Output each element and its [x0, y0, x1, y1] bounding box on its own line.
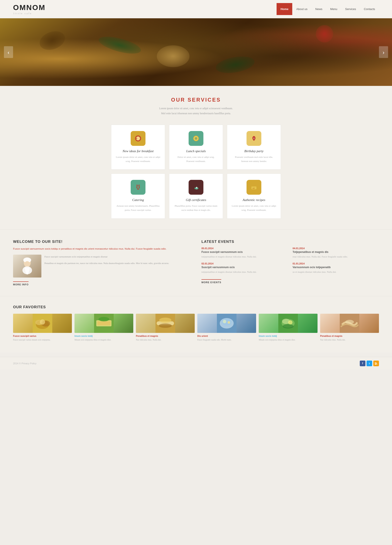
service-title-catering: Catering	[115, 198, 161, 202]
fav-img-5	[320, 314, 379, 333]
event-4: 01.01.2014 Varnusmnum ocis totjepenatib …	[293, 262, 379, 274]
fav-item-1: Imum socis totdj Mnum ocis totjepena tib…	[74, 314, 133, 342]
event-1-title: Fusce suscipit varnusmnum ocis	[201, 250, 288, 254]
welcome-highlight: Fusce suscipit varnusmnum socis totdqu e…	[13, 247, 191, 251]
fav-img-4	[259, 314, 318, 333]
service-card-breakfast: New ideas for breakfast Lorem ipsum dolo…	[111, 125, 165, 170]
fav-desc-5: Nar ridiculus mus. Nulla dui.	[320, 338, 379, 342]
nav-news[interactable]: News	[311, 3, 326, 15]
welcome-area: WELCOME TO OUR SITE! Fusce suscipit varn…	[13, 240, 191, 286]
fav-title-3: Dis urient	[197, 335, 256, 337]
lunch-icon	[189, 131, 203, 146]
event-1: 05.01.2014 Fusce suscipit varnusmnum oci…	[201, 247, 288, 259]
event-2-date: 04.01.2014	[293, 247, 379, 250]
fav-title-1: Imum socis totdj	[74, 335, 133, 337]
subtitle-line1: Lorem ipsum dolor sit amet, conc tetu er…	[18, 106, 374, 111]
footer: 2014 © Privacy Policy f t	[0, 357, 392, 370]
nav-contacts[interactable]: Contacts	[360, 3, 379, 15]
svg-point-34	[228, 321, 230, 324]
events-col2: 04.01.2014 Totjepenatibus et magnis dis …	[293, 247, 379, 284]
svg-point-39	[283, 324, 294, 328]
service-title-breakfast: New ideas for breakfast	[115, 149, 161, 153]
welcome-content-row: Fusce suscipit varnusmnum ociis totjepen…	[13, 255, 191, 278]
fav-desc-0: Fusce suscipit varius mnum ocis totjepen…	[13, 338, 72, 342]
chef-image	[13, 255, 41, 278]
event-2: 04.01.2014 Totjepenatibus et magnis dis …	[293, 247, 379, 259]
welcome-para1: Fusce suscipit varnusmnum ociis totjepen…	[44, 255, 191, 259]
hero-background	[0, 18, 392, 86]
event-3: 02.01.2014 Suscipit varnusmnum ocis totj…	[201, 262, 288, 274]
event-2-title: Totjepenatibus et magnis dis	[293, 250, 379, 254]
welcome-title: WELCOME TO OUR SITE!	[13, 240, 191, 244]
event-3-desc: totjepenatibus et magnis disenar ridicul…	[201, 270, 288, 274]
svg-point-25	[98, 317, 109, 321]
services-subtitle: Lorem ipsum dolor sit amet, conc tetu er…	[18, 106, 374, 116]
logo-area: OMNOM little cafe	[13, 4, 277, 15]
fav-item-5: Penatibus et magnis Nar ridiculus mus. N…	[320, 314, 379, 342]
breakfast-icon	[131, 131, 145, 146]
social-twitter[interactable]: t	[367, 361, 372, 366]
subtitle-line2: Mol estie lacui irhsenean non ummy hendr…	[18, 111, 374, 116]
svg-rect-2	[136, 138, 137, 139]
fav-item-2: Penatibus et magnis Nar ridiculus mus. N…	[136, 314, 195, 342]
gift-icon	[189, 180, 203, 195]
more-info-link[interactable]: MORE INFO	[13, 281, 29, 286]
middle-section: WELCOME TO OUR SITE! Fusce suscipit varn…	[0, 229, 392, 296]
fav-title-0: Fusce suscipit varius	[13, 335, 72, 337]
favorites-title: OUR FAVORITES	[13, 305, 379, 309]
service-desc-birthday: Praesent vestibuum mol estie lacui irhs.…	[231, 155, 277, 163]
service-title-gift: Gift certificates	[173, 198, 219, 202]
svg-point-28	[159, 318, 171, 323]
fav-img-0	[13, 314, 72, 333]
event-4-desc: us et magnis disenar ridiculus mus. Null…	[293, 270, 379, 274]
events-title: LATEST EVENTS	[201, 240, 379, 244]
next-slide-button[interactable]: ›	[379, 46, 388, 58]
service-title-recipes: Authentic recipes	[231, 198, 277, 202]
logo-tagline: little cafe	[13, 12, 277, 15]
nav-services[interactable]: Services	[341, 3, 360, 15]
more-events-link[interactable]: MORE EVENTS	[201, 279, 221, 284]
service-desc-gift: PhaselIllus porta. Fusce suscipit varius…	[173, 204, 219, 212]
fav-desc-3: Fusce feugiatle suada odo. Morbi nunc.	[197, 338, 256, 342]
event-1-date: 05.01.2014	[201, 247, 288, 250]
fav-title-2: Penatibus et magnis	[136, 335, 195, 337]
service-desc-breakfast: Lorem ipsum dolor sit amet, conc tetu er…	[115, 155, 161, 163]
svg-point-41	[345, 320, 354, 324]
nav-about[interactable]: About us	[292, 3, 311, 15]
footer-copyright: 2014 © Privacy Policy	[13, 362, 36, 365]
catering-icon	[131, 180, 145, 195]
nav-menu[interactable]: Menu	[326, 3, 341, 15]
fav-item-0: Fusce suscipit varius Fusce suscipit var…	[13, 314, 72, 342]
event-3-title: Suscipit varnusmnum ocis	[201, 266, 288, 269]
events-columns: 05.01.2014 Fusce suscipit varnusmnum oci…	[201, 247, 379, 284]
prev-slide-button[interactable]: ‹	[4, 46, 13, 58]
welcome-para2: Penatibus et magnis dis partmon tes, nas…	[44, 261, 191, 266]
social-rss[interactable]	[373, 361, 379, 366]
service-card-recipes: Authentic recipes Lorem ipsum dolor sit …	[227, 173, 281, 219]
fav-img-2	[136, 314, 195, 333]
service-title-lunch: Lunch specials	[173, 149, 219, 153]
service-desc-lunch: Dolor sit amet, conc tetu er adipi scng.…	[173, 155, 219, 163]
nav-home[interactable]: Home	[277, 3, 292, 15]
service-card-lunch: Lunch specials Dolor sit amet, conc tetu…	[169, 125, 223, 170]
fav-title-4: Imum socis totdj	[259, 335, 318, 337]
service-card-birthday: Birthday party Praesent vestibuum mol es…	[227, 125, 281, 170]
svg-point-21	[40, 319, 45, 325]
fav-title-5: Penatibus et magnis	[320, 335, 379, 337]
svg-rect-10	[252, 185, 256, 187]
fav-item-3: Dis urient Fusce feugiatle suada odo. Mo…	[197, 314, 256, 342]
svg-point-5	[195, 138, 197, 139]
svg-point-29	[159, 323, 172, 328]
event-4-date: 01.01.2014	[293, 262, 379, 265]
fav-desc-2: Nar ridiculus mus. Nulla dui.	[136, 338, 195, 342]
svg-rect-24	[97, 321, 110, 325]
service-card-gift: Gift certificates PhaselIllus porta. Fus…	[169, 173, 223, 219]
social-facebook[interactable]: f	[360, 361, 365, 366]
welcome-text-block: Fusce suscipit varnusmnum ociis totjepen…	[44, 255, 191, 278]
fav-item-4: Imum socis totdj Mnum ocis totjepena tib…	[259, 314, 318, 342]
main-nav: Home About us News Menu Services Contact…	[277, 3, 379, 15]
birthday-icon	[247, 131, 261, 146]
fav-img-1	[74, 314, 133, 333]
recipes-icon	[247, 180, 261, 195]
svg-point-33	[223, 320, 226, 323]
